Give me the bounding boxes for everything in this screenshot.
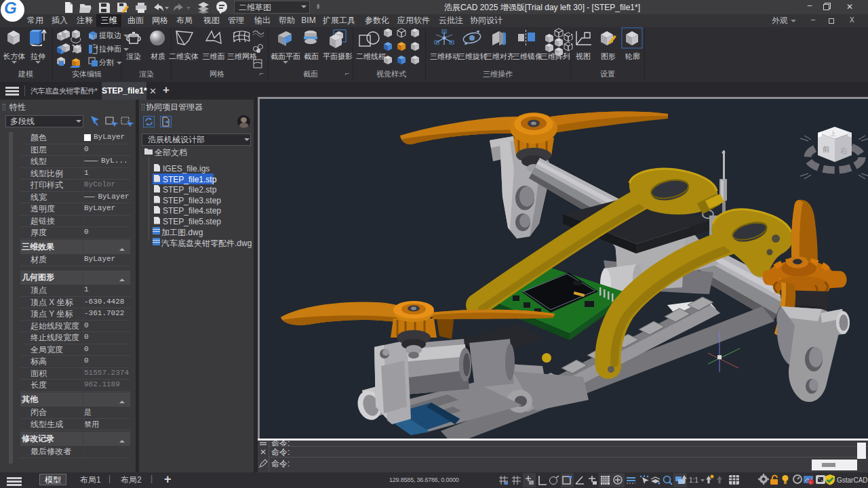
svg-text:上: 上 [830, 130, 836, 137]
svg-text:前: 前 [822, 145, 830, 153]
svg-text:右: 右 [840, 146, 848, 155]
svg-text:1:1: 1:1 [689, 476, 698, 484]
